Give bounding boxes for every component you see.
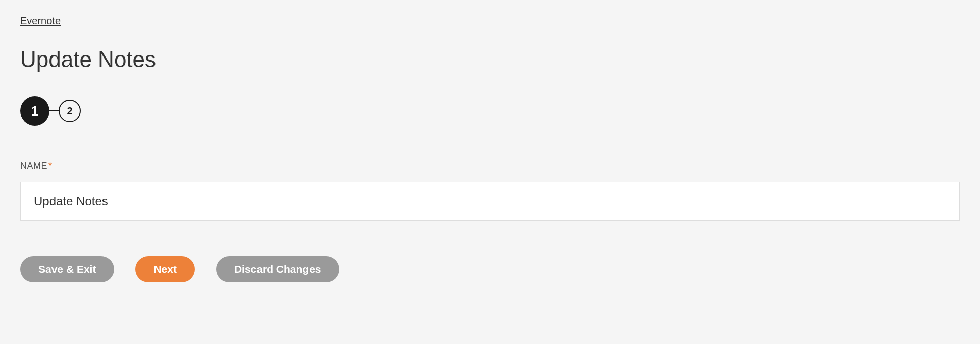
button-row: Save & Exit Next Discard Changes bbox=[20, 256, 960, 282]
discard-changes-button[interactable]: Discard Changes bbox=[216, 256, 339, 282]
step-2[interactable]: 2 bbox=[59, 100, 81, 122]
next-button[interactable]: Next bbox=[135, 256, 195, 282]
name-label-text: NAME bbox=[20, 161, 47, 171]
breadcrumb-link[interactable]: Evernote bbox=[20, 15, 61, 27]
page-title: Update Notes bbox=[20, 47, 960, 72]
name-field-label: NAME* bbox=[20, 161, 960, 171]
step-1[interactable]: 1 bbox=[20, 96, 49, 126]
stepper: 1 2 bbox=[20, 96, 960, 126]
name-input[interactable] bbox=[20, 182, 960, 221]
step-connector bbox=[49, 110, 59, 111]
required-asterisk: * bbox=[48, 161, 53, 171]
save-exit-button[interactable]: Save & Exit bbox=[20, 256, 114, 282]
